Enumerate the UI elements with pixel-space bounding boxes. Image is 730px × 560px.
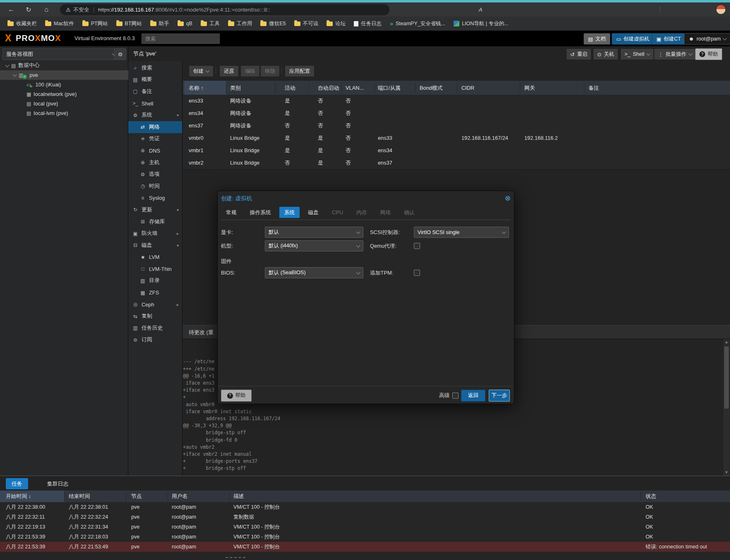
- bookmark-item[interactable]: 助手: [147, 19, 173, 29]
- tab-disks[interactable]: 磁盘: [303, 207, 324, 218]
- menu-item-replication[interactable]: ⇆复制: [128, 310, 182, 322]
- bulk-actions-button[interactable]: ⋮批量操作: [654, 48, 696, 60]
- menu-item-firewall[interactable]: ▣防火墙▸: [128, 227, 182, 239]
- menu-item-disks[interactable]: ⊟磁盘▾: [128, 239, 182, 251]
- task-row[interactable]: 八月 22 22:32:11八月 22 22:32:24pveroot@pam复…: [0, 512, 730, 522]
- menu-item-repositories[interactable]: ⊞存储库: [128, 216, 182, 228]
- back-icon[interactable]: ←: [5, 4, 17, 15]
- profile-avatar[interactable]: [716, 5, 726, 14]
- menu-item-options[interactable]: ⚙选项: [128, 168, 182, 180]
- menu-item-zfs[interactable]: ▦ZFS: [128, 287, 182, 299]
- task-row[interactable]: 八月 22 22:19:13八月 22 22:31:34pveroot@pamV…: [0, 522, 730, 532]
- column-header-bond-mode[interactable]: Bond模式: [420, 81, 442, 95]
- back-button[interactable]: 返回: [461, 390, 485, 402]
- home-icon[interactable]: ⌂: [40, 4, 53, 15]
- column-header-start-time[interactable]: 开始时间 ↓: [6, 491, 31, 502]
- column-header-autostart[interactable]: 自动启动: [318, 81, 339, 95]
- table-row-ens34[interactable]: ens34网络设备是否否: [183, 107, 730, 120]
- global-search-input[interactable]: [142, 34, 220, 44]
- column-header-vlan[interactable]: VLAN...: [346, 81, 364, 95]
- menu-item-shell[interactable]: >_Shell: [128, 98, 182, 110]
- task-row-partial[interactable]: [0, 552, 730, 560]
- column-header-cidr[interactable]: CIDR: [461, 81, 474, 95]
- apply-configuration-button[interactable]: 应用配置: [285, 65, 315, 77]
- restart-button[interactable]: ↺重启: [566, 48, 591, 60]
- menu-item-search[interactable]: ⌕搜索: [128, 62, 182, 74]
- bookmark-item[interactable]: 微软E5: [257, 19, 289, 29]
- menu-item-system[interactable]: ⚙系统▾: [128, 109, 182, 121]
- table-row-vmbr0[interactable]: vmbr0Linux Bridge是是否ens33192.168.116.167…: [183, 132, 730, 145]
- menu-item-updates[interactable]: ↻更新▾: [128, 204, 182, 216]
- vertical-scrollbar[interactable]: ▲ ▼: [723, 339, 730, 476]
- menu-item-task-history[interactable]: ▥任务历史: [128, 322, 182, 334]
- menu-item-time[interactable]: ◷时间: [128, 180, 182, 192]
- task-row-error[interactable]: 八月 22 21:53:39八月 22 21:53:49pveroot@pamV…: [0, 542, 730, 552]
- table-row-ens37[interactable]: ens37网络设备否否否: [183, 120, 730, 132]
- tab-os[interactable]: 操作系统: [245, 207, 276, 218]
- column-header-active[interactable]: 活动: [285, 81, 295, 95]
- shell-button[interactable]: >_Shell: [620, 48, 654, 60]
- read-aloud-icon[interactable]: A: [475, 5, 486, 14]
- column-header-user[interactable]: 用户名: [172, 491, 187, 502]
- qemu-agent-checkbox[interactable]: [414, 243, 420, 249]
- menu-item-subscription[interactable]: ⊚订阅: [128, 334, 182, 346]
- column-header-type[interactable]: 类别: [230, 81, 241, 95]
- bookmark-item[interactable]: 论坛: [323, 19, 349, 29]
- tree-item-node-pve[interactable]: ▥✓pve: [0, 70, 141, 80]
- tab-general[interactable]: 常规: [221, 207, 242, 218]
- bookmark-item[interactable]: 工作用: [225, 19, 256, 29]
- not-secure-label[interactable]: 不安全: [73, 6, 89, 14]
- advanced-checkbox[interactable]: [452, 392, 459, 399]
- scrollbar-thumb[interactable]: [724, 347, 729, 409]
- reload-icon[interactable]: ↻: [22, 4, 35, 15]
- bookmark-item[interactable]: 不可说: [291, 19, 322, 29]
- tab-network[interactable]: 网络: [375, 207, 396, 218]
- bios-select[interactable]: 默认 (SeaBIOS): [265, 267, 363, 278]
- edit-button[interactable]: 编辑: [240, 65, 260, 77]
- column-header-node[interactable]: 节点: [131, 491, 142, 502]
- bookmark-item[interactable]: Mac软件: [42, 19, 77, 29]
- menu-item-syslog[interactable]: ≡Syslog: [128, 192, 182, 204]
- scroll-up-icon[interactable]: ▲: [723, 339, 730, 345]
- view-selector[interactable]: 服务器视图: [2, 48, 119, 60]
- scroll-down-icon[interactable]: ▼: [723, 469, 730, 476]
- menu-item-hosts[interactable]: ⊕主机: [128, 157, 182, 169]
- menu-item-directory[interactable]: ▧目录: [128, 275, 182, 287]
- tree-settings-button[interactable]: ⚙: [114, 48, 126, 60]
- menu-item-notes[interactable]: ▢备注: [128, 86, 182, 98]
- revert-button[interactable]: 还原: [219, 65, 239, 77]
- column-header-comment[interactable]: 备注: [588, 81, 599, 95]
- bookmark-item[interactable]: 任务日志: [351, 19, 385, 29]
- menu-item-overview[interactable]: ▤概要: [128, 74, 182, 86]
- remove-button[interactable]: 移除: [260, 65, 280, 77]
- tab-system[interactable]: 系统: [279, 207, 300, 218]
- node-help-button[interactable]: ?帮助: [695, 48, 722, 60]
- bookmark-item[interactable]: LION导航 | 专业的...: [450, 19, 511, 29]
- bookmark-item[interactable]: »SteamPY_安全省钱...: [387, 19, 449, 29]
- tab-cluster-log[interactable]: 集群日志: [41, 478, 74, 489]
- column-header-description[interactable]: 描述: [233, 491, 244, 502]
- tab-memory[interactable]: 内存: [351, 207, 372, 218]
- column-header-status[interactable]: 状态: [646, 491, 656, 502]
- add-tpm-checkbox[interactable]: [414, 270, 420, 276]
- tree-item-datacenter[interactable]: ▤数据中心: [0, 61, 134, 70]
- bookmark-item[interactable]: 工具: [197, 19, 223, 29]
- bookmark-item[interactable]: BT网站: [113, 19, 145, 29]
- table-row-vmbr2[interactable]: vmbr2Linux Bridge否是否ens37: [183, 157, 730, 170]
- tab-cpu[interactable]: CPU: [327, 207, 348, 218]
- bookmark-item[interactable]: PT网站: [79, 19, 111, 29]
- user-menu-button[interactable]: ☻root@pam: [684, 33, 730, 45]
- menu-item-ceph[interactable]: ◎Ceph▸: [128, 299, 182, 311]
- address-bar[interactable]: ⚠ 不安全 https://192.168.116.167:8006/#v1:0…: [60, 4, 389, 15]
- create-vm-button[interactable]: ▭创建虚拟机: [612, 33, 654, 45]
- column-header-ports[interactable]: 端口/从属: [378, 81, 401, 95]
- documentation-button[interactable]: ▤文档: [584, 33, 610, 45]
- column-header-name[interactable]: 名称 ↑: [189, 81, 204, 95]
- create-ct-button[interactable]: ▣创建CT: [652, 33, 685, 45]
- create-button[interactable]: 创建: [189, 65, 214, 77]
- menu-item-dns[interactable]: ⊕DNS: [128, 145, 182, 157]
- machine-select[interactable]: 默认 (i440fx): [265, 240, 363, 251]
- close-icon[interactable]: ⊗: [505, 194, 511, 203]
- task-row[interactable]: 八月 22 21:53:39八月 22 22:18:03pveroot@pamV…: [0, 532, 730, 542]
- menu-item-lvm[interactable]: ■LVM: [128, 251, 182, 263]
